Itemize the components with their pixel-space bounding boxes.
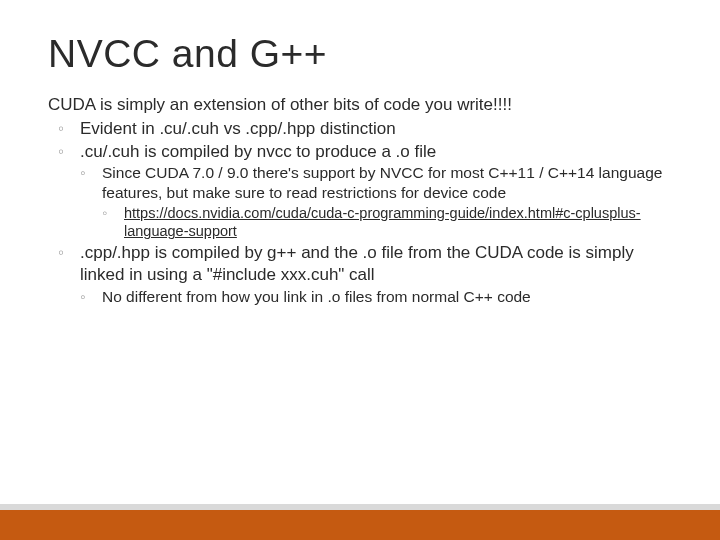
slide-body: CUDA is simply an extension of other bit… [48, 94, 672, 306]
slide-title: NVCC and G++ [48, 32, 672, 76]
bullet-icon: ◦ [102, 204, 107, 223]
bullet-evident-text: Evident in .cu/.cuh vs .cpp/.hpp distinc… [80, 119, 396, 138]
bullet-icon: ◦ [58, 118, 64, 140]
intro-text: CUDA is simply an extension of other bit… [48, 94, 672, 116]
bullet-evident: ◦ Evident in .cu/.cuh vs .cpp/.hpp disti… [58, 118, 672, 140]
bullet-since-cuda: ◦ Since CUDA 7.0 / 9.0 there's support b… [80, 163, 672, 203]
bullet-icon: ◦ [80, 287, 86, 307]
bullet-icon: ◦ [58, 242, 64, 264]
docs-nvidia-link[interactable]: https://docs.nvidia.com/cuda/cuda-c-prog… [124, 205, 641, 240]
bullet-cpp-compiled-text: .cpp/.hpp is compiled by g++ and the .o … [80, 243, 634, 284]
slide-container: NVCC and G++ CUDA is simply an extension… [0, 0, 720, 540]
bullet-no-different-text: No different from how you link in .o fil… [102, 288, 531, 305]
bullet-icon: ◦ [80, 163, 86, 183]
footer-accent-bar [0, 510, 720, 540]
bullet-cpp-compiled: ◦ .cpp/.hpp is compiled by g++ and the .… [58, 242, 672, 286]
bullet-cu-compiled-text: .cu/.cuh is compiled by nvcc to produce … [80, 142, 436, 161]
bullet-no-different: ◦ No different from how you link in .o f… [80, 287, 672, 307]
bullet-icon: ◦ [58, 141, 64, 163]
bullet-cu-compiled: ◦ .cu/.cuh is compiled by nvcc to produc… [58, 141, 672, 163]
bullet-link: ◦ https://docs.nvidia.com/cuda/cuda-c-pr… [102, 204, 672, 241]
bullet-since-cuda-text: Since CUDA 7.0 / 9.0 there's support by … [102, 164, 662, 201]
